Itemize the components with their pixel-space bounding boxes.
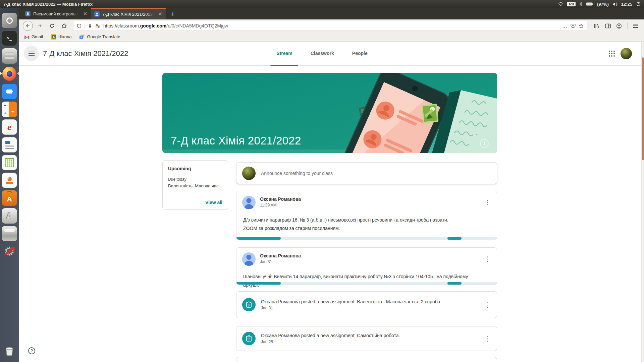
bluetooth-icon: [579, 2, 582, 6]
classroom-school-icon: [51, 34, 56, 40]
class-banner: 7-Д клас Хімія 2021/2022 i: [162, 73, 497, 153]
post-body: Шановні учні! Вивчити 14 параграф, викон…: [243, 273, 483, 289]
info-icon[interactable]: i: [480, 139, 489, 148]
google-apps-icon[interactable]: [609, 51, 615, 57]
sidebar-icon[interactable]: [605, 23, 611, 28]
url-bar[interactable]: https://classroom.google.com/u/0/c/NDA5M…: [73, 21, 587, 31]
url-domain: google.com: [140, 23, 167, 28]
upcoming-item-link[interactable]: Валентність. Масова час...: [168, 183, 222, 188]
trash-icon[interactable]: [2, 343, 17, 359]
help-icon[interactable]: ?: [28, 347, 35, 354]
ubuntu-dash-icon[interactable]: [2, 13, 17, 28]
stream-post-assignment[interactable]: Оксана Романова posted a new assignment:…: [236, 291, 497, 318]
calculator-icon[interactable]: −+=: [2, 102, 17, 117]
post-time: 11:39 AM: [260, 203, 301, 207]
page-actions-icon[interactable]: …: [562, 23, 568, 29]
post-progress-track[interactable]: [236, 282, 497, 285]
gmail-icon: [24, 35, 30, 39]
pdf-reader-icon[interactable]: e: [2, 119, 17, 135]
libreoffice-impress-icon[interactable]: [2, 173, 17, 188]
tab-classwork[interactable]: Classwork: [302, 42, 343, 66]
bookmark-school[interactable]: Школа: [51, 34, 72, 40]
assignment-title[interactable]: Оксана Романова posted a new assignment:…: [261, 333, 400, 338]
anydesk-icon[interactable]: A: [2, 208, 17, 224]
lock-icon[interactable]: [88, 23, 92, 28]
ubuntu-dock: >_ −+= e A A ⚙: [0, 8, 19, 362]
browser-tab-2-active[interactable]: 7-Д клас Хімія 2021/2022 ✕: [91, 8, 166, 19]
class-tabs: Stream Classwork People: [267, 42, 376, 66]
upcoming-due-label: Due today: [168, 177, 222, 182]
tracking-shield-icon[interactable]: [77, 23, 82, 28]
reload-button[interactable]: [47, 21, 57, 31]
assignment-title[interactable]: Оксана Романова posted a new assignment:…: [261, 299, 441, 304]
firefox-icon[interactable]: [2, 66, 17, 81]
url-prefix: https://classroom.: [103, 23, 140, 28]
divider: [627, 22, 628, 29]
permissions-icon[interactable]: [95, 24, 100, 28]
terminal-icon[interactable]: >_: [2, 31, 17, 46]
power-icon[interactable]: [636, 2, 641, 6]
progress-segment: [236, 282, 281, 285]
tab-close-icon[interactable]: ✕: [82, 11, 88, 17]
account-icon[interactable]: [616, 23, 622, 29]
class-title[interactable]: 7-Д клас Хімія 2021/2022: [43, 42, 128, 66]
scrollbar-thumb[interactable]: [642, 57, 644, 160]
view-all-link[interactable]: View all: [205, 200, 222, 205]
bookmark-gmail[interactable]: Gmail: [24, 34, 43, 39]
menu-icon[interactable]: [633, 24, 638, 28]
back-button[interactable]: [23, 21, 33, 31]
divider: [85, 23, 85, 29]
tab-close-icon[interactable]: ✕: [157, 11, 163, 17]
progress-segment: [447, 237, 462, 240]
account-avatar[interactable]: [621, 48, 632, 59]
post-menu-icon[interactable]: ⋮: [481, 332, 494, 345]
svg-text:A: A: [80, 36, 83, 39]
library-icon[interactable]: [594, 23, 600, 28]
announce-box[interactable]: Announce something to your class: [236, 162, 497, 184]
pocket-icon[interactable]: [571, 23, 576, 28]
post-author[interactable]: Оксана Романова: [260, 252, 301, 258]
post-menu-icon[interactable]: ⋮: [481, 196, 494, 208]
post-menu-icon[interactable]: ⋮: [481, 298, 494, 311]
post-menu-icon[interactable]: ⋮: [481, 252, 494, 265]
gnome-titlebar: 7-Д клас Хімія 2021/2022 — Mozilla Firef…: [0, 0, 644, 8]
stream-post-assignment[interactable]: Оксана Романова posted a new assignment:…: [236, 326, 497, 351]
bookmark-star-icon[interactable]: [579, 23, 584, 28]
battery-charging-icon: [586, 2, 593, 6]
bookmark-label: Gmail: [32, 34, 43, 39]
author-avatar: [242, 252, 256, 266]
assignment-icon: [242, 298, 256, 311]
bookmark-translate[interactable]: GA Google Translate: [79, 34, 120, 40]
page-scrollbar[interactable]: [641, 42, 644, 362]
tab-people[interactable]: People: [343, 42, 377, 66]
main-menu-icon[interactable]: [24, 46, 39, 61]
upcoming-card: Upcoming Due today Валентність. Масова ч…: [162, 160, 228, 210]
classroom-header: 7-Д клас Хімія 2021/2022 Stream Classwor…: [0, 42, 644, 66]
new-tab-button[interactable]: +: [166, 10, 179, 17]
bookmark-label: Школа: [58, 34, 72, 39]
window-title: 7-Д клас Хімія 2021/2022 — Mozilla Firef…: [3, 2, 93, 7]
hard-drive-icon[interactable]: [2, 226, 17, 241]
keyboard-layout-indicator[interactable]: Ru: [567, 2, 576, 6]
forward-button[interactable]: [35, 21, 45, 31]
zoom-icon[interactable]: [2, 84, 17, 99]
author-avatar: [242, 196, 256, 209]
post-time: Jan 31: [260, 259, 301, 264]
announce-placeholder: Announce something to your class: [261, 171, 333, 176]
system-tray[interactable]: Ru (97%) 12:25: [558, 2, 641, 7]
file-cabinet-icon[interactable]: [2, 48, 17, 64]
home-button[interactable]: [59, 21, 69, 31]
system-tools-icon[interactable]: ⚙: [2, 244, 17, 259]
browser-tab-1[interactable]: Письмовий контрольні ✕: [22, 8, 91, 19]
tab-stream[interactable]: Stream: [267, 42, 301, 66]
toolbar-right: [591, 22, 641, 29]
stream-post-partial: [236, 357, 497, 362]
libreoffice-calc-icon[interactable]: [2, 155, 17, 170]
classroom-page: 7-Д клас Хімія 2021/2022 Stream Classwor…: [0, 42, 644, 362]
post-line: Д/з вивчити параграф 16, № 3 (а,б,в,г) п…: [243, 216, 483, 224]
post-author[interactable]: Оксана Романова: [260, 196, 301, 202]
url-text[interactable]: https://classroom.google.com/u/0/c/NDA5M…: [103, 23, 559, 28]
software-toolbox-icon[interactable]: A: [2, 190, 17, 206]
libreoffice-writer-icon[interactable]: [2, 137, 17, 153]
post-progress-track[interactable]: [236, 237, 497, 240]
